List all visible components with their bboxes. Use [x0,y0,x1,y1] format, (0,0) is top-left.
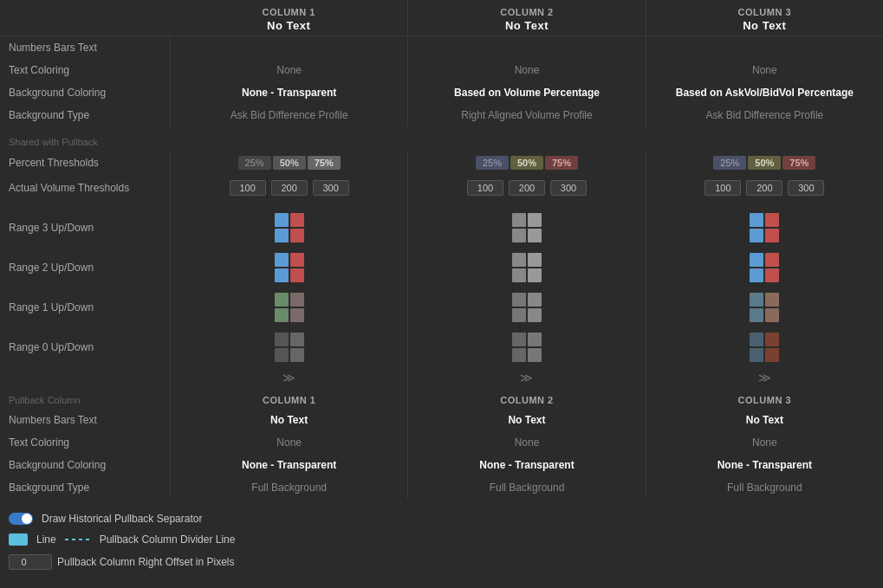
col1-range0-swatch3[interactable] [275,348,289,362]
separator-toggle[interactable] [9,513,33,525]
col1-pct[interactable]: 25% 50% 75% [170,151,407,175]
col2-range1-swatch4[interactable] [528,308,542,322]
col1-range3-swatch1[interactable] [275,213,289,227]
col2-range3-swatch2[interactable] [528,213,542,227]
col2-range0-swatch2[interactable] [528,333,542,346]
col2-pct-50[interactable]: 50% [510,156,543,170]
col1-range2-swatch4[interactable] [290,268,304,282]
col3-range3-swatch1[interactable] [750,213,763,227]
col1-range1-swatch2[interactable] [290,293,304,307]
col2-range2-swatch2[interactable] [528,253,542,267]
col3-pct-50[interactable]: 50% [748,156,781,170]
col2-pct-25[interactable]: 25% [476,156,509,170]
expand-col1[interactable]: ≫ [170,367,407,388]
col2-range1-swatch2[interactable] [528,293,542,307]
col1-range0-swatch4[interactable] [290,348,304,362]
expand-col2[interactable]: ≫ [407,367,645,388]
col3-range0[interactable] [646,327,883,367]
col3-range1-swatch3[interactable] [750,308,763,322]
col2-vol-2[interactable] [509,180,545,196]
col2-range0-swatch4[interactable] [528,348,542,362]
col2-vol-3[interactable] [550,180,587,196]
col3-vol-2[interactable] [746,180,782,196]
col1-pct-25[interactable]: 25% [238,156,271,170]
col3-vol-3[interactable] [788,180,824,196]
col2-range0-swatch3[interactable] [512,348,526,362]
expand-col3[interactable]: ≫ [646,367,883,388]
col3-pct-75[interactable]: 75% [782,156,815,170]
col1-range3-swatch2[interactable] [290,213,304,227]
bottom-section: Draw Historical Pullback Separator Line … [0,499,883,578]
col2-pct[interactable]: 25% 50% 75% [407,151,645,175]
col2-range1-swatch1[interactable] [512,293,526,307]
pullback-col2-header: COLUMN 2 [407,388,645,409]
col3-range3-swatch4[interactable] [765,229,779,242]
col2-text-coloring: None [407,59,645,81]
col1-range2-swatch3[interactable] [275,268,289,282]
col1-vol-1[interactable] [230,180,266,196]
col3-range2-swatch1[interactable] [750,253,763,267]
col3-range1-swatch4[interactable] [765,308,779,322]
col3-pct-25[interactable]: 25% [713,156,746,170]
col3-range1-swatch2[interactable] [765,293,779,307]
pullback-col2-numbers: No Text [407,409,645,431]
col3-range0-swatch4[interactable] [765,348,779,362]
col3-vol-1[interactable] [704,180,741,196]
col3-range2[interactable] [646,248,883,288]
col3-range3-swatch3[interactable] [750,229,763,242]
col3-range1[interactable] [646,288,883,327]
col1-vol-3[interactable] [313,180,349,196]
percent-thresholds-label: Percent Thresholds [0,151,170,175]
col1-range2[interactable] [170,248,407,288]
col2-range2-swatch3[interactable] [512,268,526,282]
col2-range2-swatch1[interactable] [512,253,526,267]
col3-range3[interactable] [646,208,883,248]
col1-range1-swatch3[interactable] [275,308,289,322]
col2-vol[interactable] [407,175,645,201]
col1-range3[interactable] [170,208,407,248]
col2-range1-swatch3[interactable] [512,308,526,322]
col3-range3-swatch2[interactable] [765,213,779,227]
col2-range0-swatch1[interactable] [512,333,526,346]
col2-range3-swatch4[interactable] [528,229,542,242]
col1-pct-50[interactable]: 50% [273,156,306,170]
col1-range3-swatch3[interactable] [275,229,289,242]
col2-range3-swatch3[interactable] [512,229,526,242]
col2-range2-swatch4[interactable] [528,268,542,282]
col1-header-label: COLUMN 1 [179,7,399,17]
col2-range1[interactable] [407,288,645,327]
col3-range0-swatch3[interactable] [750,348,763,362]
col2-range0[interactable] [407,327,645,367]
col3-range2-swatch4[interactable] [765,268,779,282]
line-label: Line [36,533,56,546]
col3-vol[interactable] [646,175,883,201]
col1-range0[interactable] [170,327,407,367]
col1-range1-swatch4[interactable] [290,308,304,322]
col3-range0-swatch2[interactable] [765,333,779,346]
col2-range3-swatch1[interactable] [512,213,526,227]
col1-range1-swatch1[interactable] [275,293,289,307]
col2-pct-75[interactable]: 75% [545,156,578,170]
col3-range0-swatch1[interactable] [750,333,763,346]
col1-range0-swatch2[interactable] [290,333,304,346]
col3-range2-swatch3[interactable] [750,268,763,282]
col1-range3-swatch4[interactable] [290,229,304,242]
pullback-col2-bg: None - Transparent [407,454,645,476]
col3-range1-swatch1[interactable] [750,293,763,307]
col2-vol-1[interactable] [467,180,503,196]
col1-range2-swatch2[interactable] [290,253,304,267]
offset-input[interactable] [9,554,52,570]
pullback-col1-text: None [170,431,407,454]
pullback-col3-title: COLUMN 3 [655,395,874,405]
col1-range0-swatch1[interactable] [275,333,289,346]
line-color-swatch[interactable] [9,533,28,546]
col1-vol[interactable] [170,175,407,201]
col2-range3[interactable] [407,208,645,248]
col3-range2-swatch2[interactable] [765,253,779,267]
col2-range2[interactable] [407,248,645,288]
col1-range1[interactable] [170,288,407,327]
col1-range2-swatch1[interactable] [275,253,289,267]
col1-pct-75[interactable]: 75% [308,156,341,170]
col1-vol-2[interactable] [271,180,308,196]
col3-pct[interactable]: 25% 50% 75% [646,151,883,175]
